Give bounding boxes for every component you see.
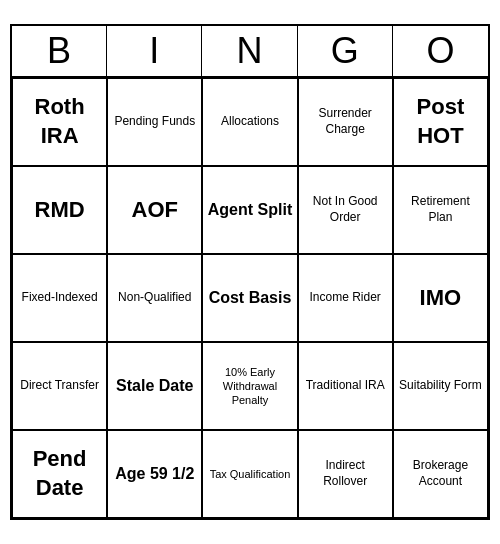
bingo-cell: IMO <box>393 254 488 342</box>
bingo-cell: Allocations <box>202 78 297 166</box>
bingo-cell: Surrender Charge <box>298 78 393 166</box>
bingo-cell: Post HOT <box>393 78 488 166</box>
bingo-header-letter: O <box>393 26 488 76</box>
bingo-cell: Brokerage Account <box>393 430 488 518</box>
bingo-cell: Non-Qualified <box>107 254 202 342</box>
bingo-cell: Direct Transfer <box>12 342 107 430</box>
bingo-cell: Roth IRA <box>12 78 107 166</box>
bingo-cell: Tax Qualification <box>202 430 297 518</box>
bingo-cell: Fixed-Indexed <box>12 254 107 342</box>
bingo-cell: Indirect Rollover <box>298 430 393 518</box>
bingo-cell: Age 59 1/2 <box>107 430 202 518</box>
bingo-cell: Stale Date <box>107 342 202 430</box>
bingo-cell: RMD <box>12 166 107 254</box>
bingo-cell: Pend Date <box>12 430 107 518</box>
bingo-cell: Cost Basis <box>202 254 297 342</box>
bingo-cell: Traditional IRA <box>298 342 393 430</box>
bingo-cell: Retirement Plan <box>393 166 488 254</box>
bingo-card: BINGO Roth IRAPending FundsAllocationsSu… <box>10 24 490 520</box>
bingo-grid: Roth IRAPending FundsAllocationsSurrende… <box>12 78 488 518</box>
bingo-header-letter: B <box>12 26 107 76</box>
bingo-header-letter: I <box>107 26 202 76</box>
bingo-cell: Pending Funds <box>107 78 202 166</box>
bingo-cell: 10% Early Withdrawal Penalty <box>202 342 297 430</box>
bingo-cell: Not In Good Order <box>298 166 393 254</box>
bingo-header-letter: G <box>298 26 393 76</box>
bingo-cell: Suitability Form <box>393 342 488 430</box>
bingo-cell: Agent Split <box>202 166 297 254</box>
bingo-cell: Income Rider <box>298 254 393 342</box>
bingo-header-letter: N <box>202 26 297 76</box>
bingo-header: BINGO <box>12 26 488 78</box>
bingo-cell: AOF <box>107 166 202 254</box>
